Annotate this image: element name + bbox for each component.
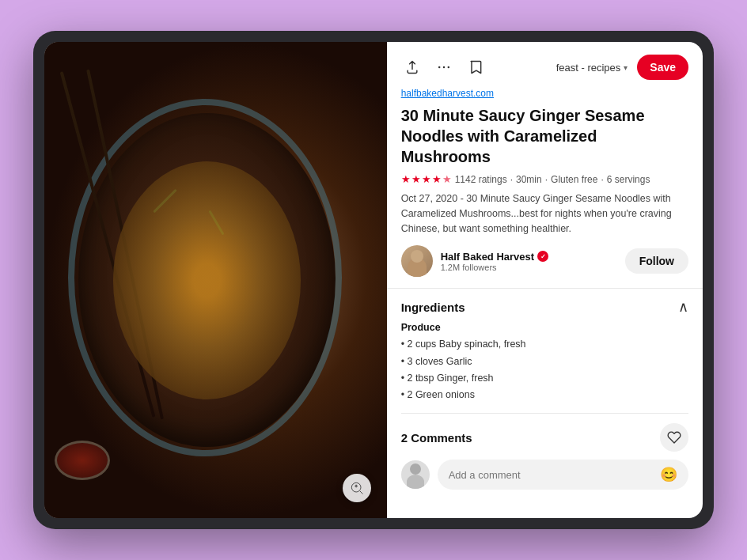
ingredient-1: • 2 cups Baby spinach, fresh: [401, 336, 688, 353]
rating-separator-1: ·: [510, 174, 513, 185]
garnish-1: [154, 188, 177, 212]
tablet-frame: feast - recipes ▾ Save halfbakedharvest.…: [33, 31, 714, 529]
svg-point-3: [442, 66, 445, 69]
verified-badge: ✓: [537, 251, 548, 262]
rating-count: 1142 ratings: [455, 174, 507, 185]
top-bar-left: [401, 56, 487, 78]
author-info: Half Baked Harvest ✓ 1.2M followers: [441, 251, 617, 272]
comments-title: 2 Comments: [401, 431, 472, 445]
recipe-title: 30 Minute Saucy Ginger Sesame Noodles wi…: [401, 105, 688, 167]
content-panel: feast - recipes ▾ Save halfbakedharvest.…: [387, 42, 703, 518]
heart-button[interactable]: [660, 423, 688, 452]
more-options-icon: [436, 59, 452, 75]
bowl-rim: [68, 99, 342, 456]
ingredient-3: • 2 tbsp Ginger, fresh: [401, 370, 688, 387]
author-name-row: Half Baked Harvest ✓: [441, 251, 617, 263]
garnish-2: [209, 210, 225, 235]
lens-search-button[interactable]: [343, 474, 371, 502]
star-4: ★: [432, 173, 442, 185]
star-rating: ★ ★ ★ ★ ★: [401, 173, 452, 185]
follow-button[interactable]: Follow: [625, 248, 688, 274]
produce-label: Produce: [401, 322, 688, 333]
comment-user-avatar: [401, 460, 430, 489]
svg-point-4: [447, 66, 449, 69]
save-button[interactable]: Save: [637, 55, 688, 80]
rating-servings: 6 servings: [607, 174, 650, 185]
upload-icon: [404, 59, 420, 75]
ingredients-title: Ingredients: [401, 301, 465, 314]
rating-row: ★ ★ ★ ★ ★ 1142 ratings · 30min · Gluten …: [401, 173, 688, 185]
verified-check-icon: ✓: [540, 253, 546, 260]
comments-section: 2 Comments 😊: [401, 413, 688, 490]
top-action-bar: feast - recipes ▾ Save: [401, 55, 688, 80]
star-2: ★: [411, 173, 421, 185]
tablet-screen: feast - recipes ▾ Save halfbakedharvest.…: [44, 42, 703, 518]
ingredients-section: Ingredients ∧ Produce • 2 cups Baby spin…: [401, 289, 688, 403]
svg-point-2: [438, 66, 441, 69]
svg-line-1: [359, 491, 362, 494]
rating-diet: Gluten free: [551, 174, 597, 185]
ingredient-2: • 3 cloves Garlic: [401, 354, 688, 370]
sauce-bowl: [55, 441, 110, 480]
rating-separator-2: ·: [545, 174, 548, 185]
food-image: [44, 42, 387, 518]
board-selector[interactable]: feast - recipes ▾: [556, 62, 628, 74]
lens-search-icon: [349, 480, 365, 496]
chevron-down-icon: ▾: [624, 63, 628, 72]
recipe-image-panel: [44, 42, 387, 518]
emoji-button[interactable]: 😊: [660, 466, 677, 483]
chevron-up-icon: ∧: [678, 298, 688, 316]
comment-input-row: 😊: [401, 460, 688, 490]
heart-icon: [667, 430, 681, 445]
star-1: ★: [401, 173, 411, 185]
author-avatar[interactable]: [401, 245, 433, 277]
author-followers: 1.2M followers: [441, 263, 617, 272]
board-name: feast - recipes: [556, 62, 621, 74]
comments-header: 2 Comments: [401, 423, 688, 452]
comment-input-wrapper: 😊: [438, 460, 688, 490]
author-row: Half Baked Harvest ✓ 1.2M followers Foll…: [401, 245, 688, 277]
recipe-description: Oct 27, 2020 - 30 Minute Saucy Ginger Se…: [401, 191, 688, 236]
star-3: ★: [422, 173, 431, 185]
bookmark-icon: [468, 59, 483, 75]
ingredient-4: • 2 Green onions: [401, 387, 688, 403]
more-options-button[interactable]: [433, 56, 455, 78]
upload-button[interactable]: [401, 56, 423, 78]
bookmark-button[interactable]: [465, 56, 487, 78]
source-link[interactable]: halfbakedharvest.com: [401, 88, 688, 99]
author-name: Half Baked Harvest: [441, 251, 535, 263]
comment-input[interactable]: [449, 469, 654, 481]
rating-time: 30min: [516, 174, 542, 185]
star-5: ★: [442, 173, 452, 185]
ingredients-toggle[interactable]: Ingredients ∧: [401, 298, 688, 316]
rating-separator-3: ·: [601, 174, 603, 185]
